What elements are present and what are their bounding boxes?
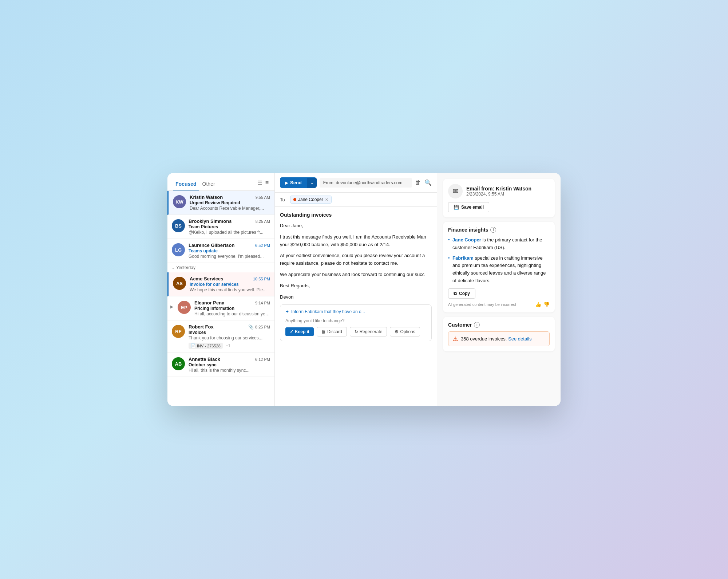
ai-footer-text: AI-generated content may be incorrect xyxy=(448,302,516,307)
expand-icon: ⌄ xyxy=(172,266,175,270)
jane-cooper-link[interactable]: Jane Cooper xyxy=(452,237,481,243)
sidebar-tabs: Focused Other ☰ ≡ xyxy=(167,173,274,191)
recipient-close-button[interactable]: ✕ xyxy=(325,197,328,202)
email-item-lg[interactable]: LG Laurence Gilbertson 6:52 PM Teams upd… xyxy=(167,239,274,263)
copy-label: Copy xyxy=(459,291,470,296)
email-list: KW Kristin Watson 9:55 AM Urgent Review … xyxy=(167,191,274,406)
email-item-kw[interactable]: KW Kristin Watson 9:55 AM Urgent Review … xyxy=(167,191,274,215)
attachment-badge-rf: 📄 INV - 276528 xyxy=(189,343,223,349)
search-icon[interactable]: 🔍 xyxy=(424,179,432,186)
ai-footer: AI-generated content may be incorrect 👍 … xyxy=(448,302,550,307)
subject-lg: Teams update xyxy=(189,248,270,253)
avatar-kw: KW xyxy=(173,195,186,208)
send-dropdown-button[interactable]: ⌄ xyxy=(307,178,317,188)
from-field[interactable]: From: devonlane@northwindtraders.com xyxy=(320,178,412,188)
send-icon xyxy=(285,180,288,185)
email-item-ab[interactable]: AB Annette Black 6:12 PM October sync Hi… xyxy=(167,353,274,377)
email-content-ab: Annette Black 6:12 PM October sync Hi al… xyxy=(189,357,270,373)
regenerate-label: Regenerate xyxy=(360,329,383,334)
expand-ep-icon: ▶ xyxy=(170,304,173,309)
filter-icon[interactable]: ☰ xyxy=(257,180,262,186)
email-item-as[interactable]: AS Acme Services 10:55 PM Invoice for ou… xyxy=(167,272,274,296)
app-window: Focused Other ☰ ≡ KW Kristin Watson 9:55… xyxy=(167,173,561,406)
feedback-icons: 👍 👎 xyxy=(535,302,550,307)
email-content-lg: Laurence Gilbertson 6:52 PM Teams update… xyxy=(189,243,270,259)
greeting: Dear Jane, xyxy=(280,222,432,230)
sort-icon[interactable]: ≡ xyxy=(265,180,269,186)
recipient-name: Jane Cooper xyxy=(298,197,323,202)
ai-change-input[interactable] xyxy=(285,318,426,323)
preview-bs: @Keiko, I uploaded all the pictures fr..… xyxy=(189,230,270,235)
ai-sparkle-icon: ✦ xyxy=(285,309,289,314)
email-view: Send ⌄ From: devonlane@northwindtraders.… xyxy=(275,173,437,406)
email-header-ep: Eleanor Pena 9:14 PM xyxy=(194,300,270,306)
divider-label: Yesterday xyxy=(176,265,195,270)
trash-small-icon: 🗑 xyxy=(321,329,326,334)
attachment-count-rf: +1 xyxy=(226,343,230,348)
fabrikam-link[interactable]: Fabrikam xyxy=(452,255,474,261)
checkmark-icon: ✓ xyxy=(290,329,293,334)
email-item-ep[interactable]: ▶ EP Eleanor Pena 9:14 PM Pricing Inform… xyxy=(167,296,274,320)
avatar-rf: RF xyxy=(172,325,185,338)
sender-ab: Annette Black xyxy=(189,357,220,362)
send-button[interactable]: Send xyxy=(280,177,307,188)
email-header-bs: Brooklyn Simmons 8:25 AM xyxy=(189,218,270,224)
refresh-icon: ↻ xyxy=(355,329,358,334)
avatar-ep: EP xyxy=(178,301,191,314)
email-item-bs[interactable]: BS Brooklyn Simmons 8:25 AM Team Picture… xyxy=(167,215,274,239)
avatar-as: AS xyxy=(173,277,186,290)
finance-bullets: Jane Cooper is the primary contact for t… xyxy=(448,236,550,285)
copy-icon: ⧉ xyxy=(454,291,457,296)
email-info-header: ✉ Email from: Kristin Watson 2/23/2024, … xyxy=(448,184,550,198)
preview-as: We hope this email finds you well. Ple..… xyxy=(190,287,270,292)
finance-info-icon[interactable]: i xyxy=(490,227,496,233)
avatar-bs: BS xyxy=(172,219,185,232)
thumbs-down-icon[interactable]: 👎 xyxy=(543,302,550,307)
email-subject-line[interactable]: Outstanding invoices xyxy=(280,212,432,218)
overdue-text: 358 overdue invoices. See details xyxy=(461,336,531,342)
mail-icon-circle: ✉ xyxy=(448,184,463,198)
customer-info-icon[interactable]: i xyxy=(474,322,480,328)
copy-button[interactable]: ⧉ Copy xyxy=(448,288,475,299)
to-field: To Jane Cooper ✕ xyxy=(275,193,437,207)
email-header-rf: Robert Fox 📎 8:25 PM xyxy=(189,324,270,330)
email-item-rf[interactable]: RF Robert Fox 📎 8:25 PM Invoices Thank y… xyxy=(167,320,274,353)
tab-focused[interactable]: Focused xyxy=(173,178,199,190)
preview-ep: Hi all, according to our discussion yes.… xyxy=(194,311,270,316)
finance-card: Finance insights i Jane Cooper is the pr… xyxy=(443,222,555,312)
customer-title-text: Customer xyxy=(448,322,472,328)
options-button[interactable]: ⚙ Options xyxy=(390,327,420,336)
customer-title: Customer i xyxy=(448,322,550,328)
save-icon: 💾 xyxy=(454,205,459,210)
finance-title-text: Finance insights xyxy=(448,227,488,233)
yesterday-divider[interactable]: ⌄ Yesterday xyxy=(167,263,274,272)
keep-it-label: Keep it xyxy=(295,329,309,334)
thumbs-up-icon[interactable]: 👍 xyxy=(535,302,541,307)
email-info-date: 2/23/2024, 9:55 AM xyxy=(466,192,531,197)
see-details-link[interactable]: See details xyxy=(508,336,531,342)
ai-actions: ✓ Keep it 🗑 Discard ↻ Regenerate ⚙ Optio… xyxy=(285,327,426,336)
regenerate-button[interactable]: ↻ Regenerate xyxy=(350,327,387,336)
preview-lg: Good morning everyone, I'm pleased... xyxy=(189,254,270,259)
recipient-dot xyxy=(293,198,296,201)
ai-suggestion-label: Inform Fabrikam that they have an o... xyxy=(291,309,365,314)
body-para2: At your earliest convenience, could you … xyxy=(280,252,432,267)
sender-bs: Brooklyn Simmons xyxy=(189,218,232,224)
discard-button[interactable]: 🗑 Discard xyxy=(317,327,347,336)
avatar-lg: LG xyxy=(172,243,185,256)
send-label: Send xyxy=(290,180,302,185)
email-header-kw: Kristin Watson 9:55 AM xyxy=(190,194,270,200)
preview-ab: Hi all, this is the monthly sync... xyxy=(189,368,270,373)
tab-other[interactable]: Other xyxy=(200,178,217,190)
attachment-area-rf: 📄 INV - 276528 +1 xyxy=(189,342,270,349)
trash-icon[interactable]: 🗑 xyxy=(415,179,421,186)
email-content-rf: Robert Fox 📎 8:25 PM Invoices Thank you … xyxy=(189,324,270,349)
overdue-alert: ⚠ 358 overdue invoices. See details xyxy=(448,331,550,346)
doc-icon: 📄 xyxy=(191,343,196,348)
save-email-button[interactable]: 💾 Save email xyxy=(448,202,489,212)
preview-kw: Dear Accounts Receivable Manager,... xyxy=(190,206,270,211)
keep-it-button[interactable]: ✓ Keep it xyxy=(285,327,314,336)
body-para1: I trust this message finds you well. I a… xyxy=(280,233,432,249)
email-content-as: Acme Services 10:55 PM Invoice for our s… xyxy=(190,276,270,292)
ai-suggestion: ✦ Inform Fabrikam that they have an o...… xyxy=(280,304,432,341)
